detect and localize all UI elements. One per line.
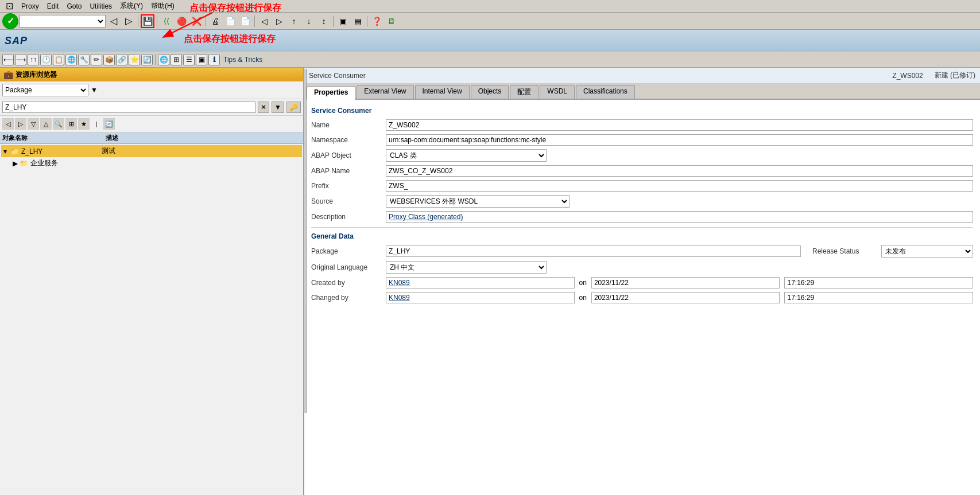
refresh-tree-button[interactable]: 🔄: [103, 118, 115, 130]
tree-button[interactable]: 🌐: [65, 54, 77, 65]
main-toolbar: ✓ ◁ ▷ 💾 ⟨⟨ 🔴 ❌ 🖨 📄 📄 ◁ ▷ ↑ ↓ ↕ ▣ ▤ ❓ 🖥: [0, 13, 980, 30]
nav-back-button[interactable]: ⟵: [2, 54, 14, 65]
nav-btn3[interactable]: ↑: [287, 14, 301, 28]
distribute-button[interactable]: ⊞: [171, 54, 182, 65]
key-search-button[interactable]: 🔑: [286, 102, 301, 113]
changed-by-input[interactable]: [386, 292, 575, 303]
service-consumer-name: Z_WS002: [892, 72, 923, 80]
package-input[interactable]: [386, 245, 801, 257]
expand-tree-button[interactable]: △: [40, 118, 52, 130]
created-on-date[interactable]: [591, 277, 780, 289]
general-data-title: General Data: [311, 232, 973, 240]
field-abap-name-input[interactable]: [386, 165, 973, 177]
release-status-select[interactable]: 未发布: [881, 245, 973, 258]
tab-properties[interactable]: Properties: [307, 86, 355, 100]
nav-btn5[interactable]: ↕: [317, 14, 331, 28]
field-source-select[interactable]: WEBSERVICES 外部 WSDL: [386, 195, 570, 208]
help-button[interactable]: ❓: [370, 14, 384, 28]
save-button[interactable]: 💾: [141, 14, 154, 28]
object-button[interactable]: 📦: [103, 54, 115, 65]
tab-internal-view[interactable]: Internal View: [415, 85, 470, 99]
changed-on-label: on: [579, 294, 587, 302]
field-abap-object-select[interactable]: CLAS 类: [386, 149, 547, 162]
tab-wsdl[interactable]: WSDL: [540, 85, 575, 99]
menu-utilities[interactable]: Utilities: [86, 2, 115, 11]
changed-on-time[interactable]: [784, 292, 973, 303]
search-input[interactable]: [2, 102, 255, 113]
filter-tree-button[interactable]: ▽: [28, 118, 39, 130]
cancel-button[interactable]: ❌: [189, 14, 203, 28]
print3-button[interactable]: 📄: [238, 14, 252, 28]
tree-item-zlhy[interactable]: ▾ 📁 Z_LHY 测试: [1, 145, 302, 157]
tab-classifications[interactable]: Classifications: [576, 85, 635, 99]
pencil-button[interactable]: ✏: [91, 54, 102, 65]
info-button[interactable]: ℹ: [208, 54, 220, 65]
nav-btn4[interactable]: ↓: [302, 14, 316, 28]
menu-icon: ⊡: [2, 0, 17, 12]
back-tree-button[interactable]: ◁: [2, 118, 14, 130]
menu-edit[interactable]: Edit: [44, 2, 63, 11]
nav-btn1[interactable]: ◁: [257, 14, 271, 28]
service-consumer-header: Service Consumer Z_WS002 新建 (已修订): [304, 68, 980, 84]
star-tree-button[interactable]: ★: [78, 118, 90, 130]
panel-resizer[interactable]: [303, 69, 307, 413]
link-button[interactable]: 🔗: [116, 54, 127, 65]
nav-forward-button[interactable]: ⟶: [15, 54, 26, 65]
star-button[interactable]: ⭐: [129, 54, 140, 65]
field-abap-object-label: ABAP Object: [311, 151, 386, 159]
tree-item-enterprise-services[interactable]: ▶ 📁 企业服务: [1, 157, 302, 169]
settings-button[interactable]: 🔧: [78, 54, 90, 65]
stop-button[interactable]: 🔴: [175, 14, 188, 28]
field-abap-name-label: ABAP Name: [311, 167, 386, 175]
clear-search-button[interactable]: ✕: [258, 102, 269, 113]
field-abap-name-row: ABAP Name: [311, 165, 973, 177]
field-prefix-row: Prefix: [311, 180, 973, 192]
group-tree-button[interactable]: ⊞: [65, 118, 77, 130]
field-prefix-input[interactable]: [386, 180, 973, 192]
sep7: [155, 54, 156, 65]
tree-body: ▾ 📁 Z_LHY 测试 ▶ 📁 企业服务: [0, 144, 303, 170]
tab-config[interactable]: 配置: [510, 85, 539, 99]
network-button[interactable]: 🌐: [158, 54, 169, 65]
separator2: [157, 15, 157, 27]
command-field[interactable]: [20, 15, 106, 28]
package-select[interactable]: Package: [2, 84, 88, 96]
search-tree-button[interactable]: 🔍: [53, 118, 64, 130]
form-content: Service Consumer Name Namespace ABAP Obj…: [304, 100, 980, 495]
nav-history-button[interactable]: 🕐: [40, 54, 52, 65]
menu-help[interactable]: 帮助(H): [148, 1, 178, 11]
print-button[interactable]: 🖨: [208, 14, 222, 28]
check-green-button[interactable]: ✓: [2, 13, 18, 29]
menu-proxy[interactable]: Proxy: [18, 2, 42, 11]
menu-goto[interactable]: Goto: [63, 2, 85, 11]
print2-button[interactable]: 📄: [223, 14, 237, 28]
navigate-forward-button[interactable]: ▷: [122, 14, 135, 28]
sap-logo: SAP: [5, 35, 28, 47]
clipboard-button[interactable]: 📋: [53, 54, 64, 65]
field-name-input[interactable]: [386, 119, 973, 131]
monitor-button[interactable]: 🖥: [385, 14, 398, 28]
forward-tree-button[interactable]: ▷: [15, 118, 26, 130]
dropdown-search-button[interactable]: ▼: [272, 102, 284, 113]
nav-btn2[interactable]: ▷: [272, 14, 286, 28]
split-button[interactable]: ▣: [196, 54, 207, 65]
created-on-time[interactable]: [784, 277, 973, 289]
shortcut-button1[interactable]: ⟨⟨: [160, 14, 173, 28]
secondary-toolbar: ⟵ ⟶ ↑↑ 🕐 📋 🌐 🔧 ✏ 📦 🔗 ⭐ 🔄 🌐 ⊞ ☰ ▣ ℹ Tips …: [0, 52, 980, 68]
tips-tricks-link[interactable]: Tips & Tricks: [223, 56, 262, 64]
created-by-input[interactable]: [386, 277, 575, 289]
original-language-select[interactable]: ZH 中文: [386, 261, 547, 274]
refresh-button[interactable]: 🔄: [141, 54, 153, 65]
field-namespace-input[interactable]: [386, 134, 973, 146]
window-btn1[interactable]: ▣: [336, 14, 350, 28]
layout-button[interactable]: ☰: [183, 54, 195, 65]
menu-system[interactable]: 系统(Y): [117, 1, 146, 11]
window-btn2[interactable]: ▤: [351, 14, 365, 28]
changed-on-date[interactable]: [591, 292, 780, 303]
navigate-back-button[interactable]: ◁: [107, 14, 121, 28]
tab-external-view[interactable]: External View: [357, 85, 413, 99]
created-by-label: Created by: [311, 279, 386, 287]
tab-objects[interactable]: Objects: [471, 85, 509, 99]
nav-up-button[interactable]: ↑↑: [28, 54, 39, 65]
field-description-input[interactable]: [386, 211, 973, 223]
